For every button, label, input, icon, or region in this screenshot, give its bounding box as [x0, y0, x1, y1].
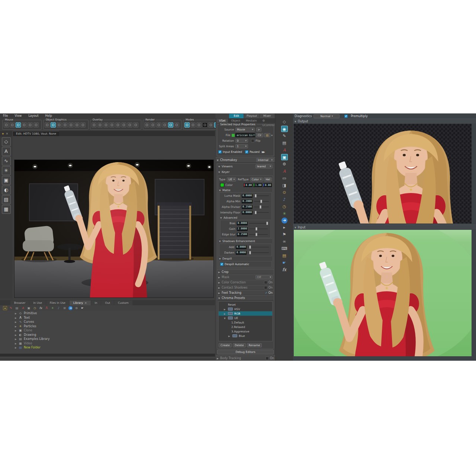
body-tracking-on-checkbox[interactable]: ✓	[266, 357, 269, 360]
tab-playout[interactable]: Playout	[244, 114, 259, 118]
sidebar-text-icon[interactable]: A	[2, 147, 11, 156]
menu-help[interactable]: Help	[45, 114, 52, 118]
feet-tracking-header[interactable]: ▶Feet Tracking ✓ On	[217, 290, 274, 295]
browse-folder-icon[interactable]: ▤	[264, 133, 270, 137]
output-viewport[interactable]	[294, 124, 472, 223]
mouse-rotate-icon[interactable]	[22, 122, 27, 128]
intensity-floor-value[interactable]: 0.0000	[242, 211, 253, 215]
menu-file[interactable]: File	[3, 114, 8, 118]
viewers-row[interactable]: ▼Viewers leared▼	[217, 164, 274, 169]
rail-keyboard-icon[interactable]: ⌨	[281, 245, 288, 252]
preset-aggressive[interactable]: 3.Aggressive	[219, 329, 272, 334]
menu-layout[interactable]: Layout	[28, 114, 38, 118]
modes-freeze-icon[interactable]	[190, 122, 196, 128]
diagnostics-dropdown[interactable]: Normal▼	[313, 114, 340, 118]
lib-hand-icon[interactable]: ☛	[80, 306, 84, 310]
debug-editors-button[interactable]: Debug Editors	[217, 350, 274, 354]
mouse-pan-icon[interactable]	[33, 122, 39, 128]
render-cube-icon[interactable]	[156, 122, 161, 128]
render-target-icon[interactable]	[162, 122, 167, 128]
mouse-walk-icon[interactable]	[10, 122, 15, 128]
lib-timer-icon[interactable]: ◷	[33, 306, 37, 310]
rail-navigate-icon[interactable]: ➜	[282, 218, 287, 223]
create-button[interactable]: Create	[219, 343, 232, 347]
add-slider[interactable]	[248, 247, 269, 247]
color-r-field[interactable]: 0.00	[244, 183, 253, 187]
preset-hsv[interactable]: ▶HSV	[219, 307, 272, 311]
color-correction-header[interactable]: ▶Color Correction ✓ On	[217, 280, 274, 285]
main-viewport[interactable]	[13, 136, 215, 300]
mouse-orbit-icon[interactable]	[16, 122, 21, 128]
tab-browser[interactable]: Browser	[10, 300, 29, 305]
tab-mediain[interactable]: MediaIn	[243, 119, 260, 123]
rail-clip-icon[interactable]: ▸	[281, 224, 288, 231]
alpha-divisor-slider[interactable]	[254, 207, 269, 207]
viewport-tab[interactable]: Edit: HDTV 1080, Vout: None	[13, 131, 59, 136]
mouse-select-icon[interactable]	[4, 122, 9, 128]
rail-text-export-icon[interactable]: A	[281, 168, 288, 174]
overlay-frame-icon[interactable]	[109, 122, 115, 128]
shadows-enhancement-header[interactable]: ▼Shadows Enhancement	[219, 239, 272, 244]
split-areas-dropdown[interactable]: 1▼	[235, 144, 248, 148]
close-icon[interactable]: ×	[6, 132, 9, 135]
sidebar-primitive-icon[interactable]: ◇	[2, 137, 11, 146]
rail-display-icon[interactable]: ▭	[281, 175, 288, 181]
type-dropdown[interactable]: UE▼	[227, 177, 236, 181]
sidebar-particles-icon[interactable]: ✳	[2, 166, 11, 175]
output-section-header[interactable]: ▼Output	[293, 119, 476, 123]
matte-header[interactable]: ▼Matte	[219, 188, 272, 192]
tab-vset[interactable]: VSet	[216, 119, 228, 123]
source-more-button[interactable]: >	[256, 128, 261, 132]
sidebar-video-icon[interactable]: ▦	[2, 205, 11, 214]
lib-search-icon[interactable]: ⊙	[74, 306, 78, 310]
rail-timer-icon[interactable]: ◷	[281, 203, 288, 210]
render-tripod-icon[interactable]	[144, 122, 149, 128]
delete-button[interactable]: Delete	[233, 343, 246, 347]
rail-axis-icon[interactable]: ✳	[281, 210, 288, 217]
lib-fx-icon[interactable]: fx	[39, 306, 43, 310]
alpha-divisor-value[interactable]: 0.2500	[242, 205, 253, 209]
rail-projector-icon[interactable]: ◨	[281, 182, 288, 189]
alpha-min-slider[interactable]	[254, 201, 269, 202]
rail-folder-icon[interactable]: ▤	[281, 253, 288, 259]
rail-camera-rig-icon[interactable]: ◉	[281, 126, 288, 132]
sidebar-folder-icon[interactable]: ▤	[2, 195, 11, 204]
rail-cube-icon[interactable]: ◇	[281, 119, 288, 125]
input-section-header[interactable]: ▼Input	[293, 225, 476, 229]
overlay-safe-area-icon[interactable]	[115, 122, 120, 128]
og-move-icon[interactable]	[51, 122, 56, 128]
darken-slider[interactable]	[248, 253, 269, 253]
modes-audio-icon[interactable]	[196, 122, 202, 128]
rail-pointer-icon[interactable]: ☛	[281, 260, 288, 266]
reftype-dropdown[interactable]: Color▼	[250, 177, 263, 181]
chromakey-mode-dropdown[interactable]: Internal▼	[256, 158, 274, 162]
chroma-presets-header[interactable]: ▼Chroma Presets	[217, 295, 274, 300]
tab-ucontrol[interactable]: ⚙ UControl	[260, 119, 275, 123]
render-portrait-icon[interactable]	[150, 122, 155, 128]
bias-slider[interactable]	[249, 223, 268, 223]
modes-bypass-icon[interactable]	[208, 122, 213, 128]
overlay-off-icon[interactable]	[91, 122, 97, 128]
tab-close-icon[interactable]: ×	[84, 301, 87, 305]
file-path-field[interactable]: ericcan Girl\ShotM4k.mov	[235, 133, 255, 137]
rail-text-icon[interactable]: A	[281, 147, 288, 153]
body-tracking-header[interactable]: ▶Body Tracking ✓ On	[216, 356, 275, 361]
render-region-icon[interactable]	[168, 122, 173, 128]
sidebar-clone-icon[interactable]: ▣	[2, 176, 11, 185]
rail-brush-icon[interactable]: ✎	[281, 133, 288, 139]
tree-item-clone[interactable]: ▶▣Clone	[0, 328, 215, 333]
tree-item-examples-library[interactable]: ▶▤Examples Library	[0, 337, 215, 341]
tab-edit[interactable]: Edit	[229, 114, 244, 118]
input-viewport[interactable]	[294, 230, 472, 356]
lib-music-icon[interactable]: ♪	[57, 306, 61, 310]
color-b-field[interactable]: 0.00	[263, 183, 272, 187]
mouse-drag-icon[interactable]	[28, 122, 33, 128]
premultiply-checkbox[interactable]: ✓	[344, 115, 348, 118]
alpha-min-value[interactable]: 0.2800	[242, 200, 253, 203]
edge-blur-value[interactable]: 0.2500	[237, 233, 248, 237]
preset-relaxed[interactable]: 2.Relaxed	[219, 325, 272, 329]
lib-navigate-icon[interactable]: ➜	[68, 306, 73, 310]
lib-star-icon[interactable]: ✦	[3, 306, 7, 310]
rail-link-icon[interactable]: ∞	[281, 238, 288, 245]
tree-item-new-folder[interactable]: ▶▤New Folder	[0, 345, 215, 350]
